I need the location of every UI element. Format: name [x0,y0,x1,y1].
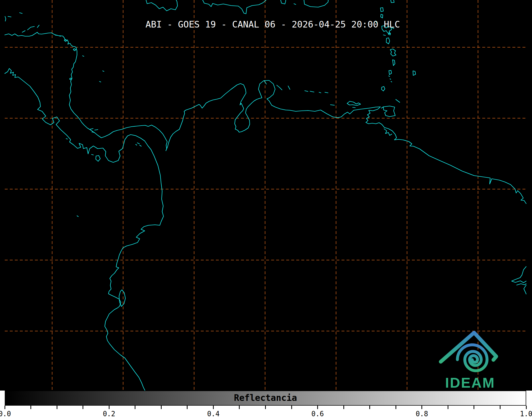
island-pearl [136,143,141,146]
ideam-logo: IDEAM [437,327,503,389]
colorbar-band: Reflectancia 0.00.20.40.60.81.0 [0,391,532,417]
colorbar-tick [239,406,240,409]
colorbar-tick-label: 0.2 [103,410,115,417]
island-st-vincent [389,70,392,75]
island-jamaica [146,0,178,11]
logo-text: IDEAM [445,375,495,389]
colorbar-tick [526,406,527,409]
island-trinidad [381,106,395,117]
island-martinique [390,49,396,56]
colorbar-tick-label: 0.0 [0,410,11,417]
island-tobago [396,99,400,102]
island-barbados [413,71,416,75]
island-saona [281,0,286,4]
colorbar-tick [474,406,474,409]
island-los-roques [305,91,328,93]
island-antigua [380,0,394,12]
colorbar-tick [291,406,292,409]
colorbar-tick [30,406,31,409]
colorbar-tick [343,406,344,409]
colorbar-tick [4,406,5,409]
island-st-lucia [393,60,395,66]
island-bonaire [288,86,290,89]
island-hispaniola [203,0,266,14]
island-curacao [277,85,282,90]
colorbar-tick-label: 1.0 [520,410,532,417]
colorbar-tick [83,406,83,409]
colorbar-tick [109,406,110,409]
colorbar-tick-label: 0.6 [311,410,324,417]
island-guanaja [37,25,39,28]
colorbar-tick-label: 0.8 [416,410,428,417]
island-grenada [381,86,385,91]
satellite-image-viewer: ABI - GOES 19 - CANAL 06 - 2026-04-25 20… [0,0,532,417]
colorbar-tick [161,406,162,409]
colorbar-tick [500,406,501,409]
island-grenadines [389,76,392,82]
colorbar-gradient: Reflectancia [5,391,526,406]
island-mona [294,4,296,4]
island-tortuga [330,105,334,105]
colorbar-tick [265,406,266,409]
colorbar-label: Reflectancia [234,392,297,403]
colorbar-tick [448,406,448,409]
colorbar-tick [369,406,370,409]
island-providencia [99,71,104,82]
island-puerto-rico [304,0,328,7]
satellite-map: ABI - GOES 19 - CANAL 06 - 2026-04-25 20… [0,0,532,391]
island-puna [119,290,125,306]
colorbar-tick [187,406,188,409]
colorbar-tick [135,406,135,409]
island-miskito-cay [83,56,84,56]
colorbar-tick [317,406,318,409]
colorbar-tick-label: 0.4 [207,410,220,417]
island-malpelo [77,216,78,217]
coast-lagoons [64,39,76,80]
island-roatan [28,26,34,30]
island-margarita [347,101,361,108]
colorbar-tick [213,406,214,409]
island-dominica [383,35,390,44]
colorbar-tick [57,406,57,409]
coast-pacific [5,68,163,391]
coast-amazon-mouth [512,267,526,294]
island-utila [22,31,25,32]
colorbar-tick [395,406,396,409]
island-coiba [66,139,100,161]
logo-spiral-icon [457,345,487,371]
image-title: ABI - GOES 19 - CANAL 06 - 2026-04-25 20… [145,19,400,30]
island-cays [5,13,61,36]
colorbar-tick [421,406,422,409]
